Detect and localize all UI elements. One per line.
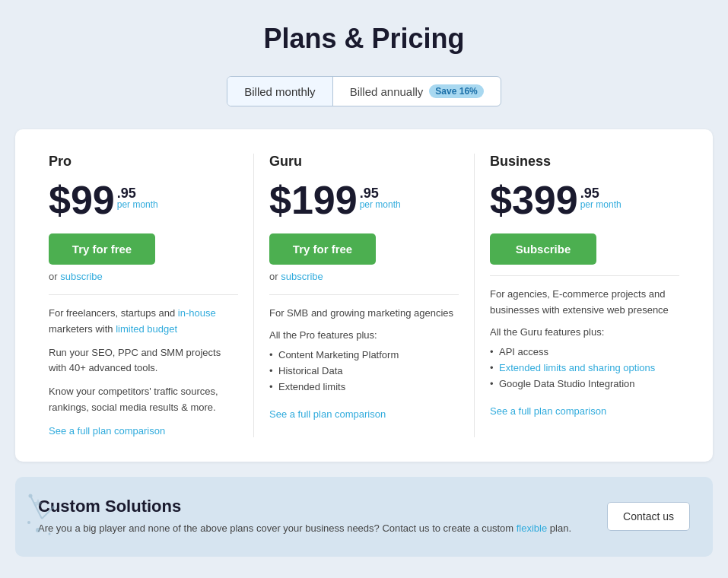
custom-solutions-section: Custom Solutions Are you a big player an…: [15, 477, 713, 557]
plan-pro-subscribe-link[interactable]: subscribe: [60, 271, 103, 282]
plan-guru-comparison[interactable]: See a full plan comparison: [269, 408, 386, 420]
plan-business-cents: .95: [580, 186, 622, 200]
plan-business-feature-1: API access: [490, 344, 679, 360]
plan-pro-period: per month: [117, 200, 158, 209]
plan-guru-feature-3: Extended limits: [269, 379, 459, 395]
plan-guru-divider: [269, 294, 459, 295]
contact-us-button[interactable]: Contact us: [607, 502, 690, 531]
plan-guru-cents: .95: [360, 186, 401, 200]
plan-business-desc-1: For agencies, E-commerce projects and bu…: [490, 287, 679, 319]
plan-business-features: API access Extended limits and sharing o…: [490, 344, 679, 392]
plan-business-price: $399 .95 per month: [490, 180, 679, 220]
plan-pro-comparison[interactable]: See a full plan comparison: [49, 425, 165, 437]
plan-guru-features: Content Marketing Platform Historical Da…: [269, 347, 459, 395]
plan-guru-features-intro: All the Pro features plus:: [269, 329, 459, 341]
star-decoration-icon: [23, 488, 61, 545]
plan-pro: Pro $99 .95 per month Try for free or su…: [33, 154, 254, 437]
plan-business-amount: $399: [490, 180, 578, 220]
save-badge: Save 16%: [429, 84, 483, 98]
plan-pro-desc-3: Know your competitors' traffic sources, …: [49, 384, 238, 416]
billing-annually[interactable]: Billed annually Save 16%: [333, 77, 501, 106]
plan-guru-period: per month: [360, 200, 401, 209]
custom-solutions-title: Custom Solutions: [38, 497, 592, 516]
plan-guru-name: Guru: [269, 154, 459, 170]
plan-pro-desc-2: Run your SEO, PPC and SMM projects with …: [49, 345, 238, 377]
plan-business-cta[interactable]: Subscribe: [490, 233, 596, 265]
plan-pro-name: Pro: [49, 154, 238, 170]
plan-business-name: Business: [490, 154, 679, 170]
billing-monthly[interactable]: Billed monthly: [227, 77, 332, 106]
plan-business-features-intro: All the Guru features plus:: [490, 326, 679, 338]
plan-pro-desc-1: For freelancers, startups and in-house m…: [49, 306, 238, 338]
page-title: Plans & Pricing: [15, 23, 713, 55]
billing-annually-label: Billed annually: [350, 85, 424, 98]
plan-guru-cta[interactable]: Try for free: [269, 233, 376, 265]
plan-guru: Guru $199 .95 per month Try for free or …: [254, 154, 475, 437]
plan-pro-cta[interactable]: Try for free: [49, 233, 155, 265]
svg-line-1: [42, 507, 53, 519]
svg-point-5: [49, 533, 51, 535]
plan-guru-or: or subscribe: [269, 271, 459, 282]
plan-guru-price: $199 .95 per month: [269, 180, 459, 220]
custom-solutions-description: Are you a big player and none of the abo…: [38, 521, 592, 537]
svg-point-3: [52, 506, 55, 509]
plan-business-feature-3: Google Data Studio Integration: [490, 376, 679, 392]
plan-business-comparison[interactable]: See a full plan comparison: [490, 405, 606, 417]
plan-business: Business $399 .95 per month Subscribe Fo…: [475, 154, 695, 437]
plan-pro-or: or subscribe: [49, 271, 238, 282]
plan-pro-divider: [49, 294, 238, 295]
plan-pro-cents: .95: [117, 186, 158, 200]
plan-pro-price: $99 .95 per month: [49, 180, 238, 220]
plan-business-divider: [490, 275, 679, 276]
svg-point-4: [36, 528, 40, 532]
plan-guru-amount: $199: [269, 180, 358, 220]
plan-guru-subscribe-link[interactable]: subscribe: [281, 271, 323, 282]
plan-business-feature-2: Extended limits and sharing options: [490, 360, 679, 376]
svg-point-6: [27, 521, 30, 524]
plan-pro-amount: $99: [49, 180, 115, 220]
plans-container: Pro $99 .95 per month Try for free or su…: [15, 129, 713, 462]
svg-line-0: [30, 496, 42, 519]
billing-toggle: Billed monthly Billed annually Save 16%: [15, 76, 713, 106]
plan-guru-feature-1: Content Marketing Platform: [269, 347, 459, 363]
custom-solutions-text: Custom Solutions Are you a big player an…: [38, 497, 592, 537]
plan-guru-desc-1: For SMB and growing marketing agencies: [269, 306, 459, 322]
svg-point-2: [29, 494, 33, 498]
billing-monthly-label: Billed monthly: [244, 85, 315, 98]
plan-business-period: per month: [580, 200, 622, 209]
plan-guru-feature-2: Historical Data: [269, 363, 459, 379]
